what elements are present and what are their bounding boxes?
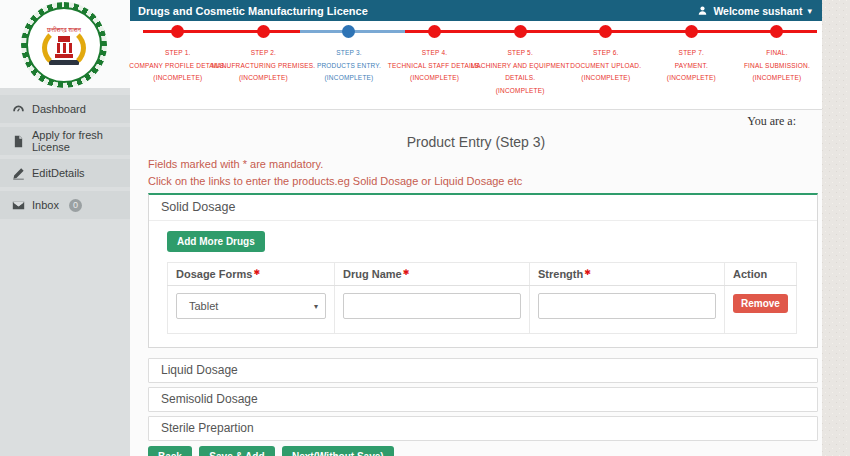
step-3-current: STEP 3. PRODUCTS ENTRY. (INCOMPLETE) (306, 21, 392, 97)
sidebar-item-label: EditDetails (32, 167, 85, 179)
drug-entry-row: Tablet ▾ (168, 286, 797, 334)
sidebar-item-label: Dashboard (32, 103, 86, 115)
step-dot (171, 25, 184, 38)
logo-area: छत्तीसगढ़ शासन (0, 0, 130, 88)
sidebar-item-dashboard[interactable]: Dashboard (0, 95, 130, 123)
chevron-down-icon: ▾ (807, 6, 812, 16)
col-header-dosage-forms: Dosage Forms (176, 268, 252, 280)
step-2: STEP 2. MANUFRACTURING PREMISES. (INCOMP… (221, 21, 307, 97)
add-more-drugs-button[interactable]: Add More Drugs (167, 231, 265, 252)
step-dot (599, 25, 612, 38)
emblem-inner: छत्तीसगढ़ शासन (26, 7, 102, 83)
step-dot (770, 25, 783, 38)
next-without-save-button[interactable]: Next(Without Save) (282, 446, 394, 456)
step-number: FINAL. (724, 47, 830, 60)
drug-name-input[interactable] (343, 293, 521, 319)
liquid-dosage-panel-header[interactable]: Liquid Dosage (148, 358, 818, 383)
solid-dosage-panel: Solid Dosage Add More Drugs Dosage Forms… (148, 193, 818, 348)
you-are-label: You are a: (130, 110, 822, 129)
sidebar: छत्तीसगढ़ शासन Dashboard Apply for fresh… (0, 0, 130, 456)
inbox-count-badge: 0 (69, 199, 82, 212)
step-dot (514, 25, 527, 38)
page-background: छत्तीसगढ़ शासन Dashboard Apply for fresh… (0, 0, 850, 456)
step-6: STEP 6. DOCUMENT UPLOAD. (INCOMPLETE) (563, 21, 649, 97)
step-status: (INCOMPLETE) (467, 85, 573, 98)
required-asterisk-icon: ✱ (403, 268, 410, 277)
person-icon (697, 5, 708, 16)
sidebar-item-label: Inbox (32, 199, 59, 211)
dosage-accordion-list: Liquid Dosage Semisolid Dosage Sterile P… (148, 358, 818, 441)
select-caret-icon: ▾ (314, 302, 318, 311)
solid-dosage-body: Add More Drugs Dosage Forms✱ Drug Name✱ … (149, 221, 817, 347)
government-emblem-logo: छत्तीसगढ़ शासन (21, 2, 107, 88)
app-container: छत्तीसगढ़ शासन Dashboard Apply for fresh… (0, 0, 822, 456)
step-7: STEP 7. PAYMENT. (INCOMPLETE) (649, 21, 735, 97)
step-5: STEP 5. MACHINERY AND EQUIPMENT DETAILS.… (477, 21, 563, 97)
top-navbar: Drugs and Cosmetic Manufacturing Licence… (130, 0, 822, 21)
back-button[interactable]: Back (148, 446, 192, 456)
sidebar-item-inbox[interactable]: Inbox 0 (0, 191, 130, 219)
welcome-label: Welcome sushant (713, 5, 802, 17)
main-area: Drugs and Cosmetic Manufacturing Licence… (130, 0, 822, 456)
step-final: FINAL. FINAL SUBMISSION. (INCOMPLETE) (734, 21, 820, 97)
sidebar-item-editdetails[interactable]: EditDetails (0, 159, 130, 187)
required-asterisk-icon: ✱ (253, 268, 260, 277)
sidebar-item-label: Apply for fresh License (32, 129, 122, 153)
col-header-drug-name: Drug Name (343, 268, 402, 280)
form-actions: Back Save & Add Next(Without Save) (148, 446, 822, 456)
step-4: STEP 4. TECHNICAL STAFF DETAILS. (INCOMP… (392, 21, 478, 97)
sidebar-menu: Dashboard Apply for fresh License EditDe… (0, 95, 130, 219)
remove-row-button[interactable]: Remove (733, 294, 788, 313)
strength-input[interactable] (538, 293, 716, 319)
file-icon (12, 135, 25, 148)
step-dot (685, 25, 698, 38)
step-name: FINAL SUBMISSION. (724, 60, 830, 73)
dashboard-icon (12, 103, 25, 116)
step-dot (428, 25, 441, 38)
content-area: You are a: Product Entry (Step 3) Fields… (130, 110, 822, 456)
steps-track: STEP 1. COMPANY PROFILE DETAILS. (INCOMP… (135, 21, 820, 110)
solid-dosage-header[interactable]: Solid Dosage (149, 195, 817, 221)
sterile-prepartion-panel-header[interactable]: Sterile Prepartion (148, 416, 818, 441)
required-asterisk-icon: ✱ (584, 268, 591, 277)
drugs-table-header-row: Dosage Forms✱ Drug Name✱ Strength✱ Actio… (168, 263, 797, 286)
drugs-table: Dosage Forms✱ Drug Name✱ Strength✱ Actio… (167, 262, 797, 334)
app-title: Drugs and Cosmetic Manufacturing Licence (138, 5, 368, 17)
semisolid-dosage-panel-header[interactable]: Semisolid Dosage (148, 387, 818, 412)
step-dot (342, 25, 355, 38)
user-dropdown[interactable]: Welcome sushant ▾ (697, 5, 812, 17)
dosage-form-selected-value: Tablet (189, 300, 218, 312)
dosage-form-select[interactable]: Tablet ▾ (176, 293, 326, 319)
sidebar-item-apply-fresh-license[interactable]: Apply for fresh License (0, 127, 130, 155)
laurel-wreath-icon (42, 27, 86, 69)
col-header-action: Action (725, 263, 797, 286)
edit-icon (12, 167, 25, 180)
step-columns: STEP 1. COMPANY PROFILE DETAILS. (INCOMP… (135, 21, 820, 97)
envelope-icon (12, 199, 25, 212)
step-dot (257, 25, 270, 38)
step-1: STEP 1. COMPANY PROFILE DETAILS. (INCOMP… (135, 21, 221, 97)
col-header-strength: Strength (538, 268, 583, 280)
links-instruction-note: Click on the links to enter the products… (148, 175, 822, 187)
page-title: Product Entry (Step 3) (130, 134, 822, 150)
steps-wizard: STEP 1. COMPANY PROFILE DETAILS. (INCOMP… (130, 21, 822, 110)
save-and-add-button[interactable]: Save & Add (199, 446, 274, 456)
step-status: (INCOMPLETE) (724, 72, 830, 85)
mandatory-note: Fields marked with * are mandatory. (148, 158, 822, 170)
